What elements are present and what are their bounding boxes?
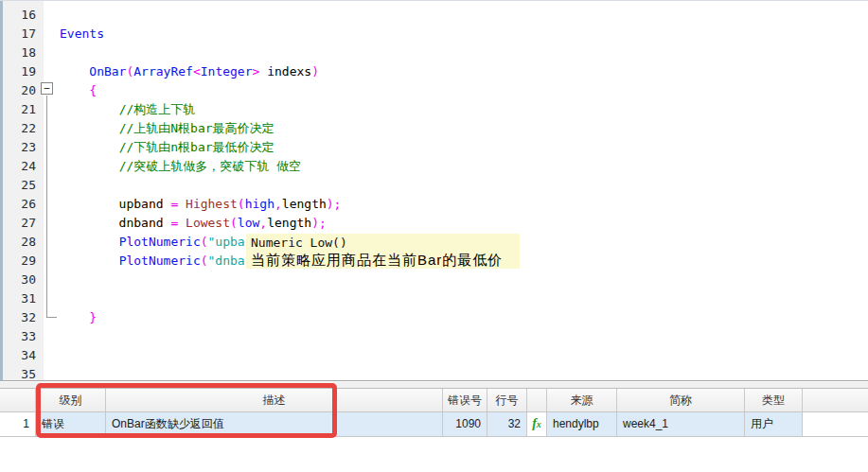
line-number: 34	[3, 346, 36, 365]
column-header-error-code[interactable]: 错误号	[443, 389, 487, 411]
column-header-description[interactable]: 描述	[106, 389, 443, 411]
fold-guide-corner	[46, 317, 57, 318]
ide-window: 1617Events1819 OnBar(ArrayRef<Integer> i…	[0, 0, 868, 472]
code-text: //下轨由n根bar最低价决定	[36, 138, 275, 157]
code-line[interactable]: 17Events	[3, 25, 868, 44]
code-line[interactable]: 27 dnband = Lowest(low,length);	[3, 214, 868, 233]
error-table-header-row: 级别描述错误号行号来源简称类型	[0, 388, 868, 412]
column-header-fx[interactable]	[527, 389, 547, 411]
code-line[interactable]: 18	[3, 44, 868, 62]
code-line[interactable]: 33	[3, 327, 868, 346]
code-text: Events	[36, 25, 104, 44]
code-text: upband = Highest(high,length);	[36, 195, 341, 214]
cell-line-number[interactable]: 32	[487, 412, 527, 436]
cell-row-index[interactable]: 1	[0, 412, 36, 436]
fx-function-icon: fx	[532, 416, 541, 430]
code-line[interactable]: 16	[3, 6, 868, 25]
column-header-line-number[interactable]: 行号	[487, 389, 527, 411]
code-text	[36, 289, 60, 308]
fold-collapse-icon[interactable]: −	[41, 82, 53, 95]
tooltip-description: 当前策略应用商品在当前Bar的最低价	[251, 251, 516, 269]
code-line[interactable]: 25	[3, 176, 868, 195]
code-line[interactable]: 19 OnBar(ArrayRef<Integer> indexs)	[3, 62, 868, 81]
code-text	[36, 6, 60, 25]
line-number: 28	[3, 233, 36, 252]
panel-empty-area	[0, 438, 868, 472]
cell-source[interactable]: hendylbp	[547, 412, 617, 436]
code-line[interactable]: 34	[3, 346, 868, 365]
code-line[interactable]: 22 //上轨由N根bar最高价决定	[3, 119, 868, 138]
code-line[interactable]: 24 //突破上轨做多，突破下轨 做空	[3, 157, 868, 176]
cell-level[interactable]: 错误	[36, 412, 106, 436]
code-text: PlotNumeric("dnba	[36, 252, 245, 271]
code-text	[36, 365, 60, 381]
fold-guide-line	[46, 96, 47, 317]
line-number: 21	[3, 100, 36, 119]
code-line[interactable]: 30	[3, 271, 868, 289]
line-number: 16	[3, 6, 36, 25]
code-text: OnBar(ArrayRef<Integer> indexs)	[36, 62, 319, 81]
code-line[interactable]: 23 //下轨由n根bar最低价决定	[3, 138, 868, 157]
column-header-source[interactable]: 来源	[547, 389, 617, 411]
tooltip-signature: Numeric Low()	[251, 235, 516, 251]
line-number: 23	[3, 138, 36, 157]
cell-error-code[interactable]: 1090	[443, 412, 487, 436]
line-number: 30	[3, 271, 36, 289]
line-number: 26	[3, 195, 36, 214]
column-header-spacer[interactable]	[803, 389, 868, 411]
code-line[interactable]: 21 //构造上下轨	[3, 100, 868, 119]
line-number: 25	[3, 176, 36, 195]
column-header-row-index[interactable]	[0, 389, 36, 411]
code-text	[36, 327, 60, 346]
cell-type[interactable]: 用户	[745, 412, 803, 436]
line-number: 33	[3, 327, 36, 346]
code-text: dnband = Lowest(low,length);	[36, 214, 327, 233]
code-text: }	[36, 308, 97, 327]
cell-description[interactable]: OnBar函数缺少返回值	[106, 412, 443, 436]
error-list-panel: 级别描述错误号行号来源简称类型 1错误OnBar函数缺少返回值109032fxh…	[0, 388, 868, 437]
code-line[interactable]: 31	[3, 289, 868, 308]
code-text	[36, 271, 60, 289]
line-number: 31	[3, 289, 36, 308]
code-line[interactable]: 26 upband = Highest(high,length);	[3, 195, 868, 214]
line-number: 35	[3, 365, 36, 381]
line-number: 24	[3, 157, 36, 176]
line-number: 19	[3, 62, 36, 81]
code-line[interactable]: 32 }	[3, 308, 868, 327]
code-text	[36, 44, 60, 62]
function-tooltip: Numeric Low() 当前策略应用商品在当前Bar的最低价	[246, 234, 520, 269]
line-number: 32	[3, 308, 36, 327]
code-text: PlotNumeric("upba	[36, 233, 245, 252]
code-text: //构造上下轨	[36, 100, 195, 119]
line-number: 20	[3, 81, 36, 100]
code-editor[interactable]: 1617Events1819 OnBar(ArrayRef<Integer> i…	[0, 1, 868, 381]
cell-spacer[interactable]	[803, 412, 868, 436]
error-table-row[interactable]: 1错误OnBar函数缺少返回值109032fxhendylbpweek4_1用户	[0, 412, 868, 437]
column-header-type[interactable]: 类型	[745, 389, 803, 411]
code-text	[36, 346, 60, 365]
line-number: 18	[3, 44, 36, 62]
code-text: //上轨由N根bar最高价决定	[36, 119, 275, 138]
line-number: 27	[3, 214, 36, 233]
code-lines: 1617Events1819 OnBar(ArrayRef<Integer> i…	[3, 6, 868, 381]
line-number: 29	[3, 252, 36, 271]
line-number: 17	[3, 25, 36, 44]
line-number: 22	[3, 119, 36, 138]
column-header-short-name[interactable]: 简称	[617, 389, 745, 411]
code-line[interactable]: 35	[3, 365, 868, 381]
cell-fx[interactable]: fx	[527, 412, 547, 436]
column-header-level[interactable]: 级别	[36, 389, 106, 411]
code-text	[36, 176, 60, 195]
code-text: //突破上轨做多，突破下轨 做空	[36, 157, 301, 176]
cell-short-name[interactable]: week4_1	[617, 412, 745, 436]
code-line[interactable]: 20 {	[3, 81, 868, 100]
